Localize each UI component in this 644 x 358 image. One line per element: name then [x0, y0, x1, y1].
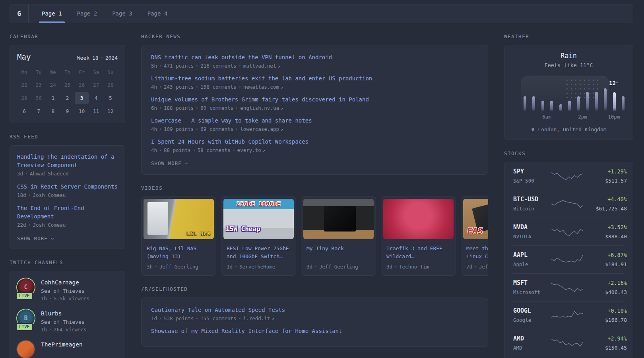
video-thumbnail[interactable]: LIL NAS — [144, 199, 214, 239]
source-link[interactable]: mullvad.net↗ — [243, 63, 280, 69]
rain-dots-pattern — [565, 78, 600, 98]
calendar-day: 22 — [17, 79, 31, 91]
weather-bar — [524, 96, 526, 111]
meta-part: 1h — [41, 327, 47, 333]
twitch-channel-game: Sea of Thieves — [41, 288, 89, 295]
video-card-body: Meet the Linux Clu7dJeff — [461, 241, 488, 275]
video-title-link[interactable]: Big NAS, Lil NAS (moving 13) — [147, 245, 211, 261]
item-title-link[interactable]: I Spent 24 Hours with GitHub Copilot Wor… — [151, 138, 478, 146]
meta-part: Jeff — [479, 264, 488, 270]
video-title-link[interactable]: My Tiny Rack — [306, 245, 370, 261]
meta-part: 58 comments — [198, 147, 231, 153]
dot-separator — [239, 86, 241, 88]
calendar-day: 28 — [103, 79, 118, 91]
video-thumbnail[interactable] — [383, 199, 454, 239]
twitch-channel-row[interactable]: ThePrimeagen — [17, 340, 118, 358]
video-card: Traefik 3 and FREE Wildcard…3dTechno Tim — [381, 197, 456, 276]
top-navigation-bar: G Page 1Page 2Page 3Page 4 — [10, 4, 633, 23]
video-thumbnail[interactable]: 25GbE 100GbE15W Cheap — [223, 199, 294, 239]
stock-symbol: GOOGL — [513, 307, 551, 315]
calendar-month: May — [17, 53, 31, 61]
weather-bar-current — [613, 92, 616, 111]
meta-part: 3d — [17, 171, 23, 177]
item-title-link[interactable]: Showcase of my Mixed Reality Interface f… — [151, 327, 478, 335]
item-title-link[interactable]: DNS traffic can leak outside the VPN tun… — [151, 53, 478, 62]
meta-part: 155 comments — [200, 315, 236, 321]
item-meta: 7dJeff — [466, 264, 488, 270]
source-link[interactable]: i.redd.it↗ — [243, 315, 274, 321]
video-title-link[interactable]: Meet the Linux Clu — [466, 245, 488, 261]
meta-part: 1h — [41, 296, 47, 302]
stock-values: +1.29%$511.57 — [583, 167, 627, 184]
meta-part: 188 points — [164, 105, 194, 111]
list-item: Unique volumes of Brothers Grimm fairy t… — [151, 95, 478, 111]
stock-change: +3.52% — [583, 223, 627, 231]
tab-page-3[interactable]: Page 3 — [107, 4, 138, 23]
live-badge: LIVE — [16, 323, 33, 331]
dot-separator — [235, 266, 237, 267]
video-card-body: Big NAS, Lil NAS (moving 13)3hJeff Geerl… — [142, 241, 216, 275]
stock-price: $61,725.48 — [583, 205, 627, 212]
hn-show-more[interactable]: SHOW MORE — [151, 159, 478, 169]
meta-part: 471 points — [164, 63, 194, 69]
weather-bar — [604, 88, 607, 111]
twitch-avatar-wrap: BLIVE — [17, 309, 35, 328]
reddit-widget: Cautionary Tale on Automated Speed Tests… — [141, 298, 488, 347]
item-title-link[interactable]: Unique volumes of Brothers Grimm fairy t… — [151, 95, 478, 104]
calendar-day: 2 — [60, 92, 74, 104]
source-link[interactable]: newatlas.com↗ — [243, 84, 283, 90]
video-card: My Tiny Rack3dJeff Geerling — [301, 197, 376, 276]
stock-sparkline — [551, 196, 583, 210]
meta-part: 3d — [386, 264, 392, 270]
item-title-link[interactable]: Lowercase – A simple way to take and sha… — [151, 117, 478, 125]
item-meta: 22dJosh Comeau — [17, 222, 118, 228]
list-item: I Spent 24 Hours with GitHub Copilot Wor… — [151, 138, 478, 153]
twitch-channel-name[interactable]: CohhCarnage — [41, 278, 89, 286]
calendar-day-name: Fr — [75, 67, 89, 78]
weather-bar — [586, 92, 589, 111]
twitch-channel-row[interactable]: BLIVEBlurbsSea of Thieves1h264 viewers — [17, 309, 118, 333]
rss-show-more[interactable]: SHOW MORE — [17, 234, 118, 244]
stocks-widget: SPYS&P 500+1.29%$511.57BTC-USDBitcoin+4.… — [504, 162, 633, 358]
stock-change: +2.94% — [583, 335, 627, 342]
meta-part: Josh Comeau — [33, 192, 66, 198]
item-title-link[interactable]: Cautionary Tale on Automated Speed Tests — [151, 306, 478, 314]
meta-part: Jeff Geerling — [159, 264, 198, 270]
dot-separator — [475, 266, 476, 267]
stock-sparkline — [551, 168, 583, 182]
twitch-channel-name[interactable]: Blurbs — [41, 309, 87, 317]
source-link[interactable]: english.nv.ua↗ — [240, 105, 283, 111]
dot-separator — [196, 107, 198, 109]
calendar-day: 6 — [17, 105, 31, 117]
video-title-link[interactable]: Traefik 3 and FREE Wildcard… — [386, 245, 450, 261]
video-thumbnail[interactable] — [303, 199, 374, 239]
tab-page-2[interactable]: Page 2 — [72, 4, 103, 23]
external-link-icon: ↗ — [277, 64, 280, 69]
weather-time-label: 6am — [542, 114, 551, 120]
twitch-avatar-wrap: CLIVE — [17, 278, 35, 297]
item-title-link[interactable]: Handling The Indentation of a Treeview C… — [17, 153, 118, 169]
meta-part: 4h — [151, 84, 157, 90]
tab-page-1[interactable]: Page 1 — [37, 4, 67, 23]
item-title-link[interactable]: Lithium-free sodium batteries exit the l… — [151, 74, 478, 83]
stock-price: $150.45 — [583, 344, 627, 351]
weather-section-header: WEATHER — [504, 33, 633, 39]
twitch-channel-name[interactable]: ThePrimeagen — [41, 340, 83, 348]
meta-part: Jeff Geerling — [319, 264, 358, 270]
item-title-link[interactable]: CSS in React Server Components — [17, 183, 118, 191]
source-link[interactable]: every.to↗ — [237, 147, 266, 153]
calendar-day: 26 — [75, 79, 89, 91]
dot-separator — [239, 65, 241, 66]
item-title-link[interactable]: The End of Front-End Development — [17, 204, 118, 221]
weather-time-label: 2pm — [578, 114, 587, 120]
video-thumbnail[interactable]: FAS — [463, 199, 488, 239]
stock-identity: MSFTMicrosoft — [513, 279, 551, 296]
list-item: Handling The Indentation of a Treeview C… — [17, 153, 118, 177]
source-link[interactable]: lowercase.app↗ — [240, 126, 283, 132]
dot-separator — [236, 107, 237, 109]
video-title-link[interactable]: BEST Low Power 25GbE and 100GbE Switch… — [227, 245, 291, 261]
twitch-channels-widget: CLIVECohhCarnageSea of Thieves1h5.5k vie… — [10, 271, 125, 358]
dot-separator — [236, 128, 237, 130]
tab-page-4[interactable]: Page 4 — [142, 4, 173, 23]
twitch-channel-row[interactable]: CLIVECohhCarnageSea of Thieves1h5.5k vie… — [17, 278, 118, 302]
